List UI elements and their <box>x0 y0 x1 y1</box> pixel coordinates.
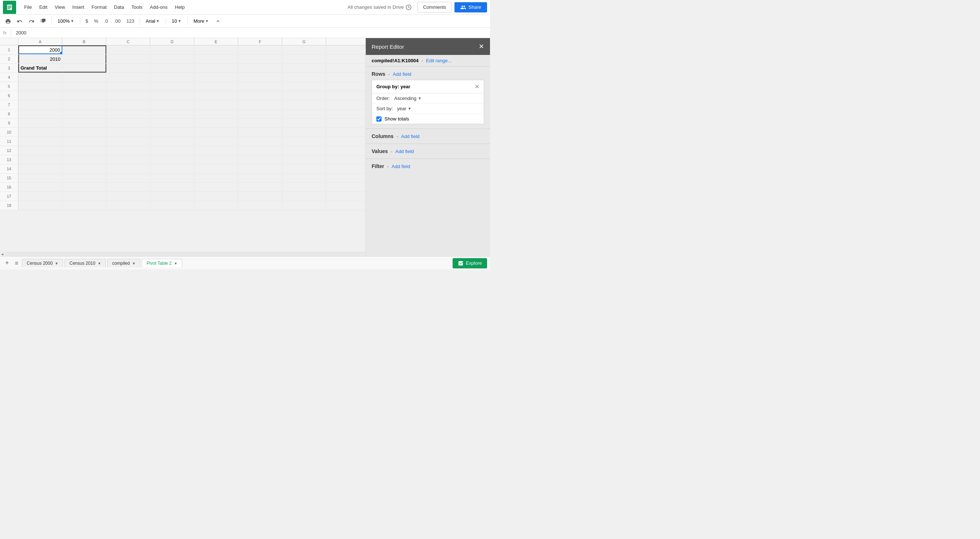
tab-pivot-table-2[interactable]: Pivot Table 2 ▼ <box>142 259 182 267</box>
more-button[interactable]: More ▼ <box>191 17 212 25</box>
order-dropdown[interactable]: Order: Ascending ▼ <box>376 95 422 101</box>
explore-button[interactable]: Explore <box>453 258 487 268</box>
add-sheet-button[interactable]: + <box>3 258 11 268</box>
svg-rect-1 <box>8 5 11 6</box>
cell-d1[interactable] <box>150 45 194 54</box>
cell-c2[interactable] <box>106 55 150 63</box>
col-header-d[interactable]: D <box>150 38 194 45</box>
scroll-left-button[interactable]: ◀ <box>0 252 5 257</box>
tab-census-2000[interactable]: Census 2000 ▼ <box>22 259 64 267</box>
cell-b3[interactable] <box>62 64 106 73</box>
comments-button[interactable]: Comments <box>417 2 452 13</box>
menu-file[interactable]: File <box>21 2 35 12</box>
range-line: compiled!A1:K10004 - Edit range... <box>366 55 490 67</box>
collapse-button[interactable] <box>213 17 223 25</box>
report-editor-close-button[interactable]: ✕ <box>479 43 484 51</box>
columns-add-field-link[interactable]: Add field <box>401 134 420 139</box>
cell-e4[interactable] <box>194 73 238 82</box>
cell-a4[interactable] <box>18 73 62 82</box>
show-totals-label: Show totals <box>385 116 409 122</box>
menu-insert[interactable]: Insert <box>68 2 88 12</box>
cell-b4[interactable] <box>62 73 106 82</box>
cell-g1[interactable] <box>282 45 326 54</box>
cell-e1[interactable] <box>194 45 238 54</box>
font-dropdown[interactable]: Arial ▼ <box>143 17 163 25</box>
cell-g4[interactable] <box>282 73 326 82</box>
cell-b2[interactable] <box>62 55 106 63</box>
currency-button[interactable]: $ <box>83 17 90 25</box>
cell-a1[interactable]: 2000 <box>18 45 62 54</box>
row-num-header <box>0 38 18 45</box>
range-label: compiled!A1:K10004 <box>372 58 418 63</box>
cell-e3[interactable] <box>194 64 238 73</box>
report-editor-header: Report Editor ✕ <box>366 38 490 55</box>
values-add-field-link[interactable]: Add field <box>395 149 414 154</box>
col-header-e[interactable]: E <box>194 38 238 45</box>
tab-compiled[interactable]: compiled ▼ <box>107 259 140 267</box>
cell-d3[interactable] <box>150 64 194 73</box>
menu-view[interactable]: View <box>51 2 68 12</box>
cell-c3[interactable] <box>106 64 150 73</box>
cell-d4[interactable] <box>150 73 194 82</box>
col-header-f[interactable]: F <box>238 38 282 45</box>
values-section: Values - Add field <box>366 144 490 159</box>
edit-range-link[interactable]: Edit range... <box>426 58 452 63</box>
format-123-button[interactable]: 123 <box>124 17 137 25</box>
cell-a2[interactable]: 2010 <box>18 55 62 63</box>
rows-add-field-link[interactable]: Add field <box>393 71 412 77</box>
cell-d2[interactable] <box>150 55 194 63</box>
row-number: 2 <box>0 55 18 63</box>
share-button[interactable]: Share <box>455 2 487 13</box>
paint-format-button[interactable] <box>38 17 48 25</box>
zoom-dropdown[interactable]: 100% ▼ <box>55 17 77 25</box>
menu-help[interactable]: Help <box>171 2 188 12</box>
decimal-less-button[interactable]: .0 <box>102 17 110 25</box>
menu-data[interactable]: Data <box>110 2 127 12</box>
formula-input[interactable] <box>16 30 487 35</box>
menu-tools[interactable]: Tools <box>127 2 146 12</box>
undo-button[interactable] <box>15 17 25 25</box>
col-header-g[interactable]: G <box>282 38 326 45</box>
cell-f1[interactable] <box>238 45 282 54</box>
cell-e2[interactable] <box>194 55 238 63</box>
menu-addons[interactable]: Add-ons <box>146 2 171 12</box>
tab-census-2010[interactable]: Census 2010 ▼ <box>65 259 106 267</box>
filter-label: Filter <box>372 163 384 169</box>
menu-edit[interactable]: Edit <box>35 2 51 12</box>
report-editor-title: Report Editor <box>372 44 404 50</box>
cell-c4[interactable] <box>106 73 150 82</box>
formula-bar: fx <box>0 28 490 38</box>
cell-f2[interactable] <box>238 55 282 63</box>
filter-add-field-link[interactable]: Add field <box>392 164 410 169</box>
cell-f3[interactable] <box>238 64 282 73</box>
cell-f4[interactable] <box>238 73 282 82</box>
group-by-close-button[interactable]: ✕ <box>475 83 479 90</box>
report-editor-body: compiled!A1:K10004 - Edit range... Rows … <box>366 55 490 256</box>
percent-button[interactable]: % <box>92 17 100 25</box>
cell-g2[interactable] <box>282 55 326 63</box>
col-header-b[interactable]: B <box>62 38 106 45</box>
svg-rect-2 <box>8 7 11 8</box>
explore-label: Explore <box>466 260 482 266</box>
cell-g3[interactable] <box>282 64 326 73</box>
font-size-dropdown[interactable]: 10 ▼ <box>169 17 185 25</box>
cell-a3[interactable]: Grand Total <box>18 64 62 73</box>
decimal-more-button[interactable]: .00 <box>112 17 123 25</box>
rows-label: Rows <box>372 71 385 77</box>
save-status: All changes saved in Drive <box>347 5 412 10</box>
menu-format[interactable]: Format <box>88 2 110 12</box>
print-button[interactable] <box>3 17 13 25</box>
col-header-c[interactable]: C <box>106 38 150 45</box>
cell-b1[interactable] <box>62 45 106 54</box>
redo-button[interactable] <box>26 17 37 25</box>
cell-c1[interactable] <box>106 45 150 54</box>
group-by-header: Group by: year ✕ <box>372 80 484 94</box>
show-totals-checkbox[interactable] <box>376 116 382 122</box>
sheet-list-button[interactable]: ≡ <box>13 258 21 268</box>
menu-bar: File Edit View Insert Format Data Tools … <box>0 0 490 15</box>
col-header-a[interactable]: A <box>18 38 62 45</box>
sort-by-dropdown[interactable]: Sort by: year ▼ <box>376 106 412 111</box>
toolbar: 100% ▼ $ % .0 .00 123 Arial ▼ 10 ▼ More … <box>0 15 490 28</box>
svg-rect-3 <box>8 8 10 9</box>
show-totals-row: Show totals <box>372 114 484 124</box>
